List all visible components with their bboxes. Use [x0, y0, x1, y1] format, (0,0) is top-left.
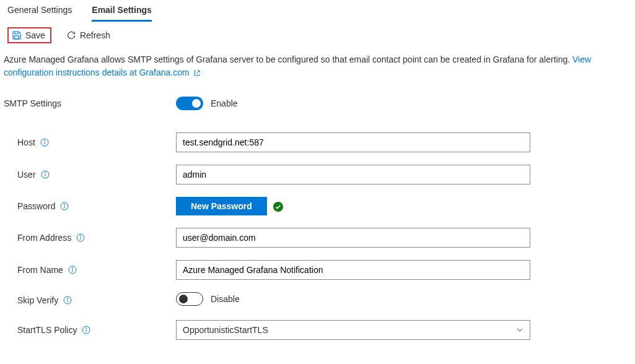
external-link-icon: [193, 69, 201, 77]
svg-point-16: [72, 268, 72, 269]
save-button[interactable]: Save: [7, 27, 51, 43]
svg-point-19: [68, 298, 68, 298]
svg-point-13: [81, 236, 81, 236]
starttls-policy-select[interactable]: OpportunisticStartTLS: [176, 320, 530, 340]
info-icon[interactable]: [68, 266, 77, 274]
info-icon[interactable]: [76, 233, 85, 242]
host-input[interactable]: [176, 132, 530, 152]
user-label: User: [17, 170, 36, 180]
from-address-label: From Address: [17, 233, 71, 243]
password-label: Password: [17, 201, 55, 211]
refresh-button-label: Refresh: [80, 30, 110, 40]
checkmark-success-icon: [273, 202, 283, 212]
smtp-enable-toggle-label: Enable: [211, 98, 238, 108]
smtp-enable-toggle[interactable]: Enable: [176, 97, 238, 110]
skip-verify-toggle-label: Disable: [211, 294, 240, 304]
svg-point-22: [86, 328, 87, 329]
smtp-settings-label: SMTP Settings: [4, 98, 176, 108]
info-icon[interactable]: [63, 296, 72, 305]
from-address-input[interactable]: [176, 228, 530, 248]
svg-point-6: [45, 173, 45, 173]
user-input[interactable]: [176, 165, 530, 184]
refresh-icon: [66, 30, 76, 40]
host-label: Host: [17, 137, 35, 147]
info-icon[interactable]: [40, 138, 49, 147]
toggle-track: [176, 97, 203, 110]
svg-rect-0: [15, 36, 19, 39]
svg-point-3: [44, 141, 45, 141]
info-icon[interactable]: [82, 326, 90, 334]
chevron-down-icon: [516, 326, 523, 334]
save-button-label: Save: [25, 30, 45, 40]
tab-general-settings[interactable]: General Settings: [7, 5, 72, 21]
new-password-button[interactable]: New Password: [176, 197, 267, 215]
info-icon[interactable]: [41, 170, 50, 179]
starttls-policy-label: StartTLS Policy: [17, 325, 77, 335]
description-text: Azure Managed Grafana allows SMTP settin…: [4, 54, 572, 64]
info-icon[interactable]: [60, 202, 69, 210]
toggle-track: [176, 292, 203, 306]
svg-point-9: [64, 204, 65, 205]
refresh-button[interactable]: Refresh: [63, 28, 114, 43]
from-name-input[interactable]: [176, 260, 530, 280]
tab-email-settings[interactable]: Email Settings: [92, 5, 151, 21]
skip-verify-label: Skip Verify: [17, 295, 58, 305]
save-icon: [12, 30, 22, 40]
from-name-label: From Name: [17, 265, 63, 275]
starttls-policy-value: OpportunisticStartTLS: [183, 325, 268, 335]
skip-verify-toggle[interactable]: Disable: [176, 292, 240, 306]
